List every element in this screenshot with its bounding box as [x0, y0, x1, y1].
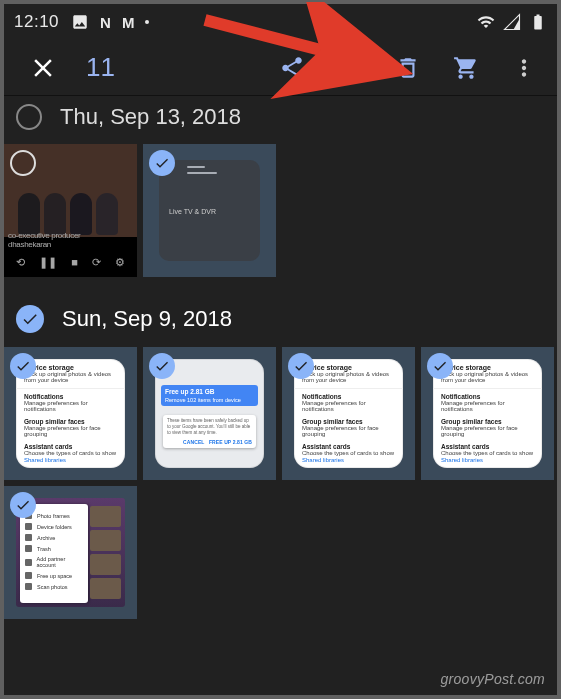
date-text-1: Thu, Sep 13, 2018: [60, 104, 241, 130]
thumb-app-menu[interactable]: Photo frames Device folders Archive Tras…: [4, 486, 137, 619]
phone-screen: 12:10 N M 11: [4, 4, 557, 695]
date-header-2[interactable]: Sun, Sep 9, 2018: [4, 291, 557, 347]
more-notifications-dot: [145, 20, 149, 24]
netflix-icon: N: [100, 14, 111, 31]
share-icon: [279, 55, 305, 81]
signal-icon: [503, 13, 521, 31]
thumb-settings-dark[interactable]: Live TV & DVR: [143, 144, 276, 277]
date-text-2: Sun, Sep 9, 2018: [62, 306, 232, 332]
thumb-select-ring[interactable]: [10, 150, 36, 176]
status-right-icons: [477, 13, 547, 31]
thumb-check[interactable]: [10, 492, 36, 518]
white-card-banner: Free up 2.81 GBRemove 102 items from dev…: [155, 359, 264, 468]
thumb-check[interactable]: [288, 353, 314, 379]
wifi-icon: [477, 13, 495, 31]
cart-icon: [453, 55, 479, 81]
select-all-ring[interactable]: [16, 104, 42, 130]
select-all-check[interactable]: [16, 305, 44, 333]
battery-icon: [529, 13, 547, 31]
white-card: Device storageBack up original photos & …: [433, 359, 542, 468]
video-caption: co-executive producer dhashekaran: [8, 231, 80, 249]
video-controls: ⟲❚❚■⟳⚙: [4, 251, 137, 273]
more-button[interactable]: [497, 40, 551, 96]
image-icon: [71, 13, 89, 31]
cart-button[interactable]: [439, 40, 493, 96]
thumb-app-banner[interactable]: Free up 2.81 GBRemove 102 items from dev…: [143, 347, 276, 480]
status-left-icons: N M: [71, 13, 149, 31]
white-card: Device storageBack up original photos & …: [294, 359, 403, 468]
share-button[interactable]: [265, 40, 319, 96]
photo-grid-1: co-executive producer dhashekaran ⟲❚❚■⟳⚙…: [4, 144, 557, 291]
plus-icon: [337, 55, 363, 81]
menu-preview: Photo frames Device folders Archive Tras…: [16, 498, 125, 607]
add-button[interactable]: [323, 40, 377, 96]
delete-button[interactable]: [381, 40, 435, 96]
white-card: Device storageBack up original photos & …: [16, 359, 125, 468]
thumb-app-settings-3[interactable]: Device storageBack up original photos & …: [421, 347, 554, 480]
status-time: 12:10: [14, 12, 59, 32]
thumb-check[interactable]: [427, 353, 453, 379]
selection-count: 11: [74, 52, 127, 83]
close-button[interactable]: [16, 40, 70, 96]
gmail-icon: M: [122, 14, 135, 31]
thumb-check[interactable]: [149, 150, 175, 176]
thumb-app-settings-1[interactable]: Device storageBack up original photos & …: [4, 347, 137, 480]
thumb-check[interactable]: [10, 353, 36, 379]
close-icon: [28, 53, 58, 83]
photo-grid-2: Device storageBack up original photos & …: [4, 347, 557, 633]
content-area[interactable]: Thu, Sep 13, 2018 co-executive producer …: [4, 90, 557, 633]
thumb-app-settings-2[interactable]: Device storageBack up original photos & …: [282, 347, 415, 480]
thumb-video[interactable]: co-executive producer dhashekaran ⟲❚❚■⟳⚙: [4, 144, 137, 277]
trash-icon: [395, 55, 421, 81]
thumb-check[interactable]: [149, 353, 175, 379]
settings-card-preview: Live TV & DVR: [159, 160, 260, 261]
status-bar: 12:10 N M: [4, 4, 557, 40]
selection-toolbar: 11: [4, 40, 557, 96]
more-vert-icon: [511, 55, 537, 81]
date-header-1[interactable]: Thu, Sep 13, 2018: [4, 90, 557, 144]
watermark-text: groovyPost.com: [440, 671, 545, 687]
